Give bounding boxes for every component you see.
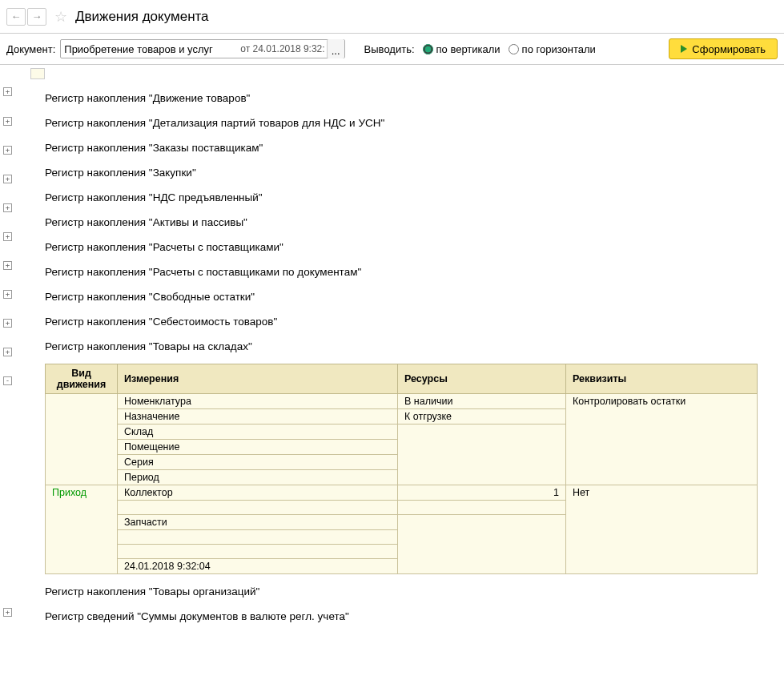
- expand-button[interactable]: +: [3, 146, 12, 155]
- expand-button[interactable]: +: [3, 117, 12, 126]
- toolbar: Документ: от 24.01.2018 9:32: ... Выводи…: [0, 34, 784, 65]
- header-izm: Измерения: [118, 364, 398, 394]
- cell-izm: Номенклатура: [118, 394, 398, 409]
- cell-res: В наличии: [398, 394, 566, 409]
- expand-button[interactable]: +: [3, 203, 12, 212]
- output-label: Выводить:: [364, 43, 415, 55]
- table-header-row: Вид движения Измерения Ресурсы Реквизиты: [46, 364, 758, 394]
- expand-button[interactable]: +: [3, 608, 12, 617]
- radio-vertical-label: по вертикали: [436, 43, 501, 55]
- nav-forward-button[interactable]: →: [27, 8, 46, 26]
- register-line: Регистр накопления "Детализация партий т…: [24, 111, 784, 135]
- expand-button[interactable]: +: [3, 232, 12, 241]
- register-line: Регистр накопления "Товары организаций": [24, 579, 784, 604]
- cell-izm: Коллектор: [118, 485, 398, 501]
- cell-vid: [46, 394, 118, 485]
- expand-button[interactable]: +: [3, 175, 12, 183]
- radio-horizontal-input[interactable]: [509, 44, 519, 54]
- cell-res: [398, 424, 566, 485]
- cell-req: Контролировать остатки: [566, 394, 758, 485]
- register-line: Регистр накопления "НДС предъявленный": [24, 185, 784, 210]
- register-line: Регистр накопления "Закупки": [24, 160, 784, 185]
- favorite-star-icon[interactable]: ☆: [54, 8, 67, 26]
- cell-izm: [118, 501, 398, 515]
- register-line: Регистр накопления "Товары на складах": [24, 334, 784, 359]
- play-icon: [681, 45, 687, 53]
- expand-button[interactable]: +: [3, 87, 12, 96]
- main-column: Регистр накопления "Движение товаров" Ре…: [24, 65, 784, 629]
- radio-vertical-input[interactable]: [423, 44, 433, 54]
- table-row[interactable]: Приход Коллектор 1 Нет: [46, 485, 758, 501]
- content-area: + + + + + + + + + + - + + Регистр накопл…: [0, 65, 784, 629]
- expand-button[interactable]: +: [3, 348, 12, 356]
- register-line: Регистр накопления "Заказы поставщикам": [24, 135, 784, 160]
- header-vid: Вид движения: [46, 364, 118, 394]
- tree-gutter: + + + + + + + + + + - + +: [0, 65, 24, 629]
- radio-vertical[interactable]: по вертикали: [423, 43, 501, 55]
- document-input[interactable]: [64, 41, 240, 57]
- radio-horizontal[interactable]: по горизонтали: [509, 43, 596, 55]
- cell-res: [398, 501, 566, 515]
- document-label: Документ:: [6, 43, 55, 55]
- cell-izm: Запчасти: [118, 515, 398, 530]
- header-res: Ресурсы: [398, 364, 566, 394]
- titlebar: ← → ☆ Движения документа: [0, 0, 784, 34]
- register-line: Регистр накопления "Себестоимость товаро…: [24, 309, 784, 334]
- cell-izm: [118, 530, 398, 545]
- header-req: Реквизиты: [566, 364, 758, 394]
- expand-button[interactable]: +: [3, 261, 12, 270]
- cell-vid: Приход: [46, 485, 118, 574]
- nav-back-button[interactable]: ←: [6, 8, 26, 26]
- expand-button[interactable]: +: [3, 290, 12, 299]
- cell-res: [398, 515, 566, 574]
- register-line: Регистр сведений "Суммы документов в вал…: [24, 604, 784, 629]
- cell-req: Нет: [566, 485, 758, 574]
- expand-button[interactable]: +: [3, 319, 12, 328]
- page-title: Движения документа: [75, 9, 209, 25]
- sheet-corner[interactable]: [30, 68, 45, 79]
- cell-izm: Назначение: [118, 409, 398, 424]
- document-date-text: от 24.01.2018 9:32:: [240, 43, 324, 54]
- radio-horizontal-label: по горизонтали: [522, 43, 596, 55]
- cell-izm: Серия: [118, 455, 398, 470]
- table-row[interactable]: Номенклатура В наличии Контролировать ос…: [46, 394, 758, 409]
- cell-izm: Склад: [118, 424, 398, 440]
- cell-res: 1: [398, 485, 566, 501]
- cell-izm: Помещение: [118, 440, 398, 455]
- generate-button[interactable]: Сформировать: [669, 38, 778, 59]
- collapse-button[interactable]: -: [3, 376, 12, 385]
- cell-izm: [118, 545, 398, 559]
- cell-izm: 24.01.2018 9:32:04: [118, 559, 398, 574]
- register-line: Регистр накопления "Расчеты с поставщика…: [24, 235, 784, 260]
- cell-res: К отгрузке: [398, 409, 566, 424]
- register-line: Регистр накопления "Активы и пассивы": [24, 210, 784, 235]
- register-line: Регистр накопления "Движение товаров": [24, 86, 784, 111]
- register-line: Регистр накопления "Расчеты с поставщика…: [24, 260, 784, 284]
- cell-izm: Период: [118, 470, 398, 485]
- document-select-button[interactable]: ...: [327, 39, 344, 58]
- movements-table: Вид движения Измерения Ресурсы Реквизиты…: [45, 364, 758, 574]
- generate-button-label: Сформировать: [692, 43, 766, 55]
- register-line: Регистр накопления "Свободные остатки": [24, 284, 784, 309]
